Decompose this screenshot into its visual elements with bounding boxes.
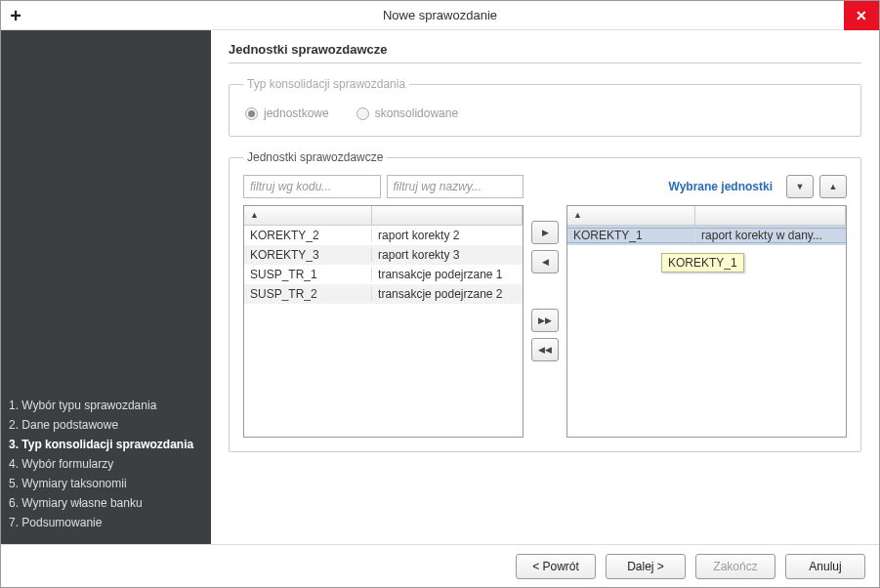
- list-item[interactable]: SUSP_TR_2 transakcje podejrzane 2: [244, 284, 523, 304]
- sort-asc-icon: ▲: [573, 211, 582, 220]
- next-button[interactable]: Dalej >: [606, 554, 686, 579]
- step-1[interactable]: 1. Wybór typu sprawozdania: [7, 396, 205, 415]
- radio-single: jednostkowe: [245, 106, 329, 120]
- consolidation-radio-group: jednostkowe skonsolidowane: [243, 101, 847, 122]
- app-icon-plus: +: [1, 2, 30, 29]
- chevron-down-icon: ▼: [796, 183, 805, 191]
- consolidation-legend: Typ konsolidacji sprawozdania: [243, 77, 409, 91]
- available-listbox[interactable]: ▲ KOREKTY_2 raport korekty 2 KOREKTY_3: [243, 205, 524, 438]
- available-panel: ▲ KOREKTY_2 raport korekty 2 KOREKTY_3: [243, 174, 524, 438]
- move-right-button[interactable]: ▶: [531, 221, 559, 244]
- list-item[interactable]: SUSP_TR_1 transakcje podejrzane 1: [244, 265, 523, 284]
- window-title: Nowe sprawozdanie: [1, 8, 879, 22]
- body: 1. Wybór typu sprawozdania 2. Dane podst…: [1, 30, 879, 544]
- move-down-button[interactable]: ▼: [786, 175, 814, 198]
- step-2[interactable]: 2. Dane podstawowe: [7, 415, 205, 435]
- cancel-button[interactable]: Anuluj: [785, 554, 865, 579]
- sort-asc-icon: ▲: [250, 211, 259, 220]
- selected-units-label: Wybrane jednostki: [669, 180, 773, 193]
- list-item[interactable]: KOREKTY_2 raport korekty 2: [244, 226, 523, 245]
- titlebar: + Nowe sprawozdanie ✕: [1, 1, 879, 30]
- chevron-right-icon: ▶: [542, 229, 549, 237]
- filter-name-input[interactable]: [387, 175, 524, 198]
- selected-sort-col2[interactable]: [695, 206, 846, 225]
- consolidation-type-fieldset: Typ konsolidacji sprawozdania jednostkow…: [229, 77, 861, 137]
- selected-listbox[interactable]: ▲ KOREKTY_1 raport korekty w dany... KOR…: [566, 205, 847, 438]
- list-item[interactable]: KOREKTY_3 raport korekty 3: [244, 245, 523, 265]
- chevron-left-icon: ◀: [542, 258, 549, 267]
- wizard-footer: < Powrót Dalej > Zakończ Anuluj: [1, 544, 879, 587]
- back-button[interactable]: < Powrót: [516, 554, 596, 579]
- radio-consolidated: skonsolidowane: [356, 106, 458, 120]
- move-all-left-button[interactable]: ◀◀: [531, 338, 559, 361]
- main-panel: Jednostki sprawozdawcze Typ konsolidacji…: [211, 30, 879, 544]
- available-sort-col2[interactable]: [372, 206, 523, 225]
- step-5[interactable]: 5. Wymiary taksonomii: [7, 474, 205, 493]
- filter-code-input[interactable]: [243, 175, 381, 198]
- move-left-button[interactable]: ◀: [531, 250, 559, 273]
- tooltip: KOREKTY_1: [661, 253, 744, 273]
- radio-single-label: jednostkowe: [264, 106, 329, 120]
- radio-consolidated-indicator: [356, 107, 369, 120]
- radio-consolidated-label: skonsolidowane: [375, 106, 458, 120]
- selected-panel: Wybrane jednostki ▼ ▲ ▲ KOREKTY_1: [566, 174, 847, 438]
- chevron-up-icon: ▲: [829, 183, 838, 191]
- page-title: Jednostki sprawozdawcze: [229, 42, 861, 63]
- double-chevron-left-icon: ◀◀: [538, 346, 552, 355]
- wizard-steps-sidebar: 1. Wybór typu sprawozdania 2. Dane podst…: [1, 30, 211, 544]
- radio-single-indicator: [245, 107, 258, 120]
- list-item[interactable]: KOREKTY_1 raport korekty w dany...: [567, 226, 846, 245]
- close-button[interactable]: ✕: [844, 1, 879, 30]
- units-fieldset: Jednostki sprawozdawcze ▲: [229, 150, 861, 452]
- finish-button: Zakończ: [695, 554, 775, 579]
- step-4[interactable]: 4. Wybór formularzy: [7, 454, 205, 474]
- available-sort-col1[interactable]: ▲: [244, 206, 372, 225]
- transfer-buttons: ▶ ◀ ▶▶ ◀◀: [529, 174, 561, 438]
- step-6[interactable]: 6. Wymiary własne banku: [7, 493, 205, 513]
- step-3[interactable]: 3. Typ konsolidacji sprawozdania: [7, 435, 205, 454]
- move-all-right-button[interactable]: ▶▶: [531, 309, 559, 332]
- close-icon: ✕: [856, 8, 867, 23]
- double-chevron-right-icon: ▶▶: [538, 316, 552, 325]
- selected-sort-col1[interactable]: ▲: [567, 206, 695, 225]
- wizard-window: + Nowe sprawozdanie ✕ 1. Wybór typu spra…: [0, 0, 880, 588]
- move-up-button[interactable]: ▲: [819, 175, 847, 198]
- step-7[interactable]: 7. Podsumowanie: [7, 513, 205, 532]
- dual-list: ▲ KOREKTY_2 raport korekty 2 KOREKTY_3: [243, 174, 847, 438]
- units-legend: Jednostki sprawozdawcze: [243, 150, 387, 164]
